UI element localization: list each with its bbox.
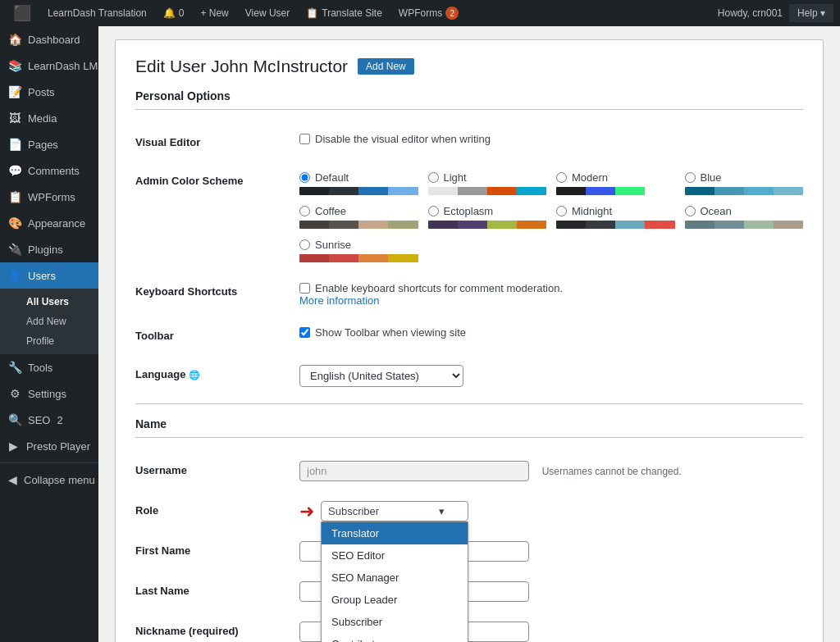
- keyboard-shortcuts-checkbox[interactable]: [299, 283, 310, 294]
- role-option-group-leader[interactable]: Group Leader: [322, 589, 468, 611]
- sidebar-item-label: WPForms: [28, 191, 75, 203]
- color-scheme-modern-radio[interactable]: [556, 172, 567, 183]
- keyboard-shortcuts-checkbox-label[interactable]: Enable keyboard shortcuts for comment mo…: [299, 282, 803, 294]
- sidebar-item-seo[interactable]: 🔍 SEO 2: [0, 407, 98, 433]
- visual-editor-checkbox-label[interactable]: Disable the visual editor when writing: [299, 133, 803, 145]
- sidebar-item-label: Comments: [28, 165, 80, 177]
- role-selected-value: Subscriber: [328, 505, 379, 517]
- role-option-seo-editor[interactable]: SEO Editor: [322, 544, 468, 567]
- color-scheme-coffee-radio[interactable]: [299, 206, 310, 216]
- color-scheme-modern[interactable]: Modern: [556, 171, 675, 195]
- collapse-icon: ◀: [8, 473, 17, 486]
- page-title: Edit User John McInstructor: [135, 57, 348, 76]
- sidebar-item-label: Posts: [28, 86, 55, 98]
- help-button[interactable]: Help ▾: [789, 4, 833, 22]
- wpforms-link[interactable]: WPForms 2: [392, 0, 465, 26]
- add-new-button[interactable]: Add New: [358, 58, 414, 75]
- color-scheme-coffee[interactable]: Coffee: [299, 205, 418, 229]
- users-icon: 👤: [8, 269, 21, 282]
- color-scheme-sunrise-label[interactable]: Sunrise: [299, 239, 418, 251]
- sidebar-item-comments[interactable]: 💬 Comments: [0, 157, 98, 184]
- color-bar: [299, 221, 329, 229]
- color-bar: [774, 221, 803, 229]
- color-scheme-modern-name: Modern: [572, 171, 608, 184]
- color-scheme-ocean-label[interactable]: Ocean: [685, 205, 804, 217]
- color-scheme-default[interactable]: Default: [299, 171, 418, 195]
- color-scheme-ocean[interactable]: Ocean: [685, 205, 804, 229]
- color-scheme-ectoplasm[interactable]: Ectoplasm: [428, 205, 547, 229]
- toolbar-text: Show Toolbar when viewing site: [315, 326, 466, 339]
- color-bar: [329, 187, 358, 195]
- color-scheme-row: Admin Color Scheme DefaultLightModernBlu…: [135, 162, 803, 272]
- color-scheme-default-radio[interactable]: [299, 172, 310, 183]
- translate-site-link[interactable]: 📋 Translate Site: [299, 0, 389, 26]
- color-scheme-light-label[interactable]: Light: [428, 171, 547, 184]
- sidebar-item-wpforms[interactable]: 📋 WPForms: [0, 184, 98, 210]
- red-arrow-icon: ➜: [299, 503, 314, 521]
- color-scheme-coffee-bars: [299, 221, 418, 229]
- add-new-link[interactable]: Add New: [0, 312, 98, 331]
- color-bar: [358, 187, 388, 195]
- role-option-contributor[interactable]: Contributor: [322, 633, 468, 642]
- color-scheme-ectoplasm-radio[interactable]: [428, 206, 439, 216]
- color-scheme-ectoplasm-label[interactable]: Ectoplasm: [428, 205, 547, 217]
- role-dropdown-trigger[interactable]: Subscriber ▾: [321, 501, 468, 521]
- color-scheme-coffee-label[interactable]: Coffee: [299, 205, 418, 217]
- color-scheme-midnight[interactable]: Midnight: [556, 205, 675, 229]
- language-select[interactable]: English (United States): [299, 365, 463, 387]
- sidebar-item-posts[interactable]: 📝 Posts: [0, 79, 98, 105]
- role-field: ➜ Subscriber ▾ TranslatorSEO EditorSEO M…: [299, 491, 803, 531]
- color-scheme-midnight-label[interactable]: Midnight: [556, 205, 675, 217]
- sidebar-item-users[interactable]: 👤 Users: [0, 262, 98, 289]
- color-scheme-sunrise[interactable]: Sunrise: [299, 239, 418, 262]
- color-scheme-midnight-radio[interactable]: [556, 206, 567, 216]
- color-scheme-blue[interactable]: Blue: [685, 171, 804, 195]
- sidebar-item-pages[interactable]: 📄 Pages: [0, 131, 98, 157]
- color-bar: [744, 187, 774, 195]
- sidebar-item-label: Pages: [28, 139, 58, 151]
- sidebar-item-collapse[interactable]: ◀ Collapse menu: [0, 467, 98, 493]
- color-scheme-light-radio[interactable]: [428, 172, 439, 183]
- sidebar-item-media[interactable]: 🖼 Media: [0, 105, 98, 131]
- color-scheme-blue-label[interactable]: Blue: [685, 171, 804, 184]
- color-scheme-ocean-radio[interactable]: [685, 206, 696, 216]
- color-scheme-blue-radio[interactable]: [685, 172, 696, 183]
- language-select-wrapper: English (United States): [299, 365, 803, 387]
- toolbar-checkbox[interactable]: [299, 327, 310, 338]
- color-bar: [744, 221, 774, 229]
- toolbar-row: Toolbar Show Toolbar when viewing site: [135, 316, 803, 355]
- sidebar-item-tools[interactable]: 🔧 Tools: [0, 354, 98, 380]
- sidebar-item-presto[interactable]: ▶ Presto Player: [0, 433, 98, 459]
- profile-link[interactable]: Profile: [0, 331, 98, 351]
- visual-editor-checkbox[interactable]: [299, 134, 310, 144]
- visual-editor-row: Visual Editor Disable the visual editor …: [135, 123, 803, 162]
- color-bar: [714, 221, 744, 229]
- view-user-link[interactable]: View User: [239, 0, 296, 26]
- color-bar: [685, 187, 714, 195]
- sidebar-item-plugins[interactable]: 🔌 Plugins: [0, 236, 98, 262]
- color-bar: [586, 187, 615, 195]
- sidebar-item-learndash[interactable]: 📚 LearnDash LMS: [0, 52, 98, 79]
- role-option-subscriber[interactable]: Subscriber: [322, 611, 468, 633]
- view-user-label: View User: [245, 7, 290, 19]
- sidebar-item-dashboard[interactable]: 🏠 Dashboard: [0, 26, 98, 52]
- toolbar-checkbox-label[interactable]: Show Toolbar when viewing site: [299, 326, 803, 339]
- more-info-link[interactable]: More information: [299, 294, 380, 307]
- color-scheme-sunrise-radio[interactable]: [299, 239, 310, 250]
- role-option-translator[interactable]: Translator: [322, 522, 468, 544]
- all-users-link[interactable]: All Users: [0, 292, 98, 312]
- nickname-row: Nickname (required): [135, 612, 803, 642]
- notifications-link[interactable]: 🔔 0: [157, 0, 191, 26]
- color-scheme-light[interactable]: Light: [428, 171, 547, 195]
- color-scheme-ocean-name: Ocean: [701, 205, 732, 217]
- wp-logo[interactable]: ⬛: [7, 4, 38, 22]
- sidebar-item-settings[interactable]: ⚙ Settings: [0, 380, 98, 407]
- color-scheme-modern-label[interactable]: Modern: [556, 171, 675, 184]
- new-link[interactable]: + New: [194, 0, 235, 26]
- sidebar-item-appearance[interactable]: 🎨 Appearance: [0, 210, 98, 236]
- learndash-translation-link[interactable]: LearnDash Translation: [41, 0, 153, 26]
- role-option-seo-manager[interactable]: SEO Manager: [322, 567, 468, 589]
- color-scheme-default-label[interactable]: Default: [299, 171, 418, 184]
- color-schemes-grid: DefaultLightModernBlueCoffeeEctoplasmMid…: [299, 171, 803, 262]
- color-bar: [428, 187, 458, 195]
